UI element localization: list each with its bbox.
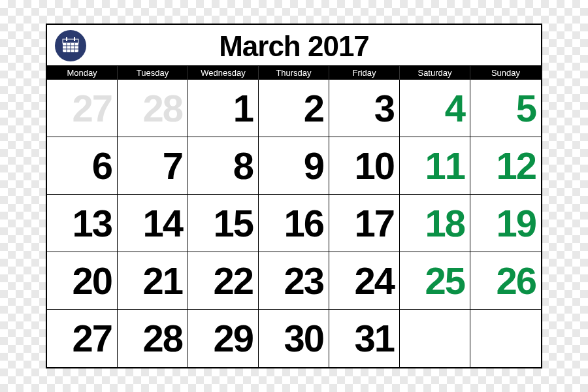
calendar-cell: 27 [47, 310, 118, 367]
calendar-cell: 27 [47, 80, 118, 137]
calendar-cell: 28 [118, 310, 188, 367]
calendar-cell: 23 [259, 252, 329, 310]
calendar-cell: 22 [188, 252, 259, 310]
calendar-cell: 15 [188, 195, 259, 252]
svg-rect-2 [63, 39, 78, 43]
day-header-monday: Monday [47, 66, 118, 80]
calendar-cell-blank [400, 310, 470, 367]
calendar-header: March 2017 [47, 25, 541, 66]
calendar-cell: 9 [259, 137, 329, 195]
calendar-cell: 7 [118, 137, 188, 195]
calendar-cell: 11 [400, 137, 470, 195]
calendar-cell-blank [470, 310, 541, 367]
day-header-sunday: Sunday [470, 66, 541, 80]
calendar-cell: 1 [188, 80, 259, 137]
calendar-cell: 25 [400, 252, 470, 310]
calendar-title: March 2017 [47, 30, 541, 63]
calendar-cell: 21 [118, 252, 188, 310]
calendar-cell: 30 [259, 310, 329, 367]
calendar-cell: 28 [118, 80, 188, 137]
calendar-cell: 20 [47, 252, 118, 310]
calendar-cell: 5 [470, 80, 541, 137]
day-header-tuesday: Tuesday [118, 66, 188, 80]
calendar-cell: 31 [329, 310, 400, 367]
calendar-cell: 10 [329, 137, 400, 195]
calendar-cell: 2 [259, 80, 329, 137]
calendar-grid: 27 28 1 2 3 4 5 6 7 8 9 10 11 12 13 14 1… [47, 80, 541, 367]
calendar-cell: 26 [470, 252, 541, 310]
calendar-cell: 17 [329, 195, 400, 252]
calendar-cell: 24 [329, 252, 400, 310]
day-header-saturday: Saturday [400, 66, 470, 80]
calendar-cell: 29 [188, 310, 259, 367]
calendar: March 2017 Monday Tuesday Wednesday Thur… [46, 24, 542, 368]
day-header-row: Monday Tuesday Wednesday Thursday Friday… [47, 66, 541, 80]
calendar-cell: 12 [470, 137, 541, 195]
logo-icon [54, 29, 88, 63]
calendar-cell: 16 [259, 195, 329, 252]
day-header-friday: Friday [329, 66, 400, 80]
day-header-thursday: Thursday [259, 66, 329, 80]
calendar-cell: 19 [470, 195, 541, 252]
calendar-cell: 14 [118, 195, 188, 252]
day-header-wednesday: Wednesday [188, 66, 259, 80]
calendar-cell: 18 [400, 195, 470, 252]
calendar-cell: 4 [400, 80, 470, 137]
calendar-cell: 3 [329, 80, 400, 137]
calendar-cell: 6 [47, 137, 118, 195]
calendar-cell: 13 [47, 195, 118, 252]
calendar-cell: 8 [188, 137, 259, 195]
